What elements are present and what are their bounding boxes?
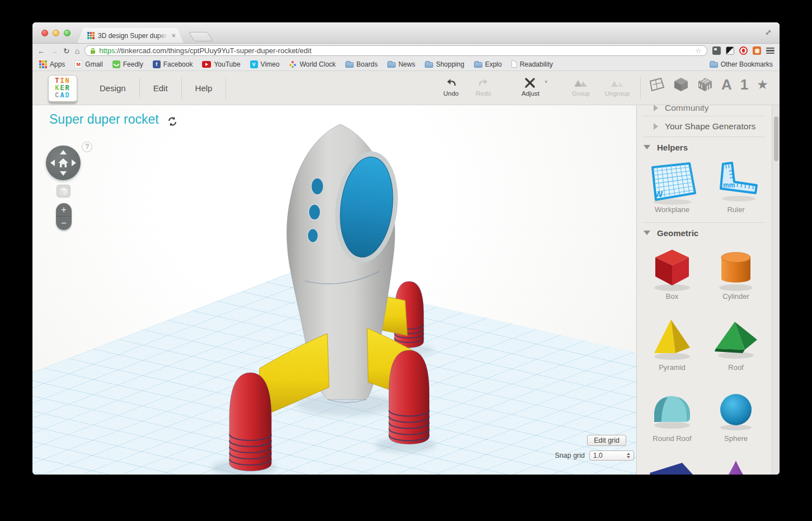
snap-grid-select[interactable]: 1.0 (589, 450, 634, 461)
rotate-right-icon[interactable] (72, 159, 76, 166)
booster-front-left[interactable] (229, 373, 271, 471)
page-icon (511, 60, 517, 68)
solid-cube-icon[interactable] (673, 77, 689, 92)
bookmark-boards[interactable]: Boards (345, 60, 378, 68)
edit-grid-button[interactable]: Edit grid (587, 435, 626, 446)
view-navigation-gizmo[interactable] (46, 145, 81, 180)
chevron-down-icon (644, 145, 650, 149)
shape-partial-cone[interactable] (704, 456, 768, 475)
bookmark-feedly[interactable]: Feedly (112, 60, 143, 68)
orange-extension-icon[interactable] (753, 46, 761, 55)
bookmark-gmail[interactable]: M Gmail (74, 60, 102, 68)
apps-grid-icon (39, 60, 47, 68)
bookmark-vimeo[interactable]: V Vimeo (250, 60, 280, 68)
home-view-icon[interactable] (57, 157, 69, 169)
new-tab-button[interactable] (189, 32, 214, 41)
redo-button[interactable]: Redo (469, 76, 498, 97)
stop-hand-extension-icon[interactable] (739, 46, 748, 55)
workplane-toggle-icon[interactable] (648, 77, 665, 92)
bookmark-world-clock[interactable]: World Clock (289, 60, 335, 68)
workplane-shape-icon: W (642, 158, 702, 206)
app-header: TIN KER CAD Design Edit Help Undo (32, 71, 780, 105)
help-button[interactable]: ? (82, 142, 92, 152)
bookmark-facebook[interactable]: f Facebook (153, 60, 193, 68)
close-window-button[interactable] (41, 30, 48, 36)
home-button[interactable]: ⌂ (75, 47, 79, 55)
zoom-window-button[interactable] (64, 30, 71, 36)
tab-title: 3D design Super duper roc (98, 32, 168, 40)
shape-box[interactable]: Box (640, 243, 704, 314)
sidebar-section-geometric[interactable]: Geometric (637, 223, 771, 243)
menu-edit[interactable]: Edit (140, 83, 181, 93)
shape-round-roof[interactable]: Round Roof (640, 385, 704, 456)
sidebar-section-community[interactable]: Community (637, 105, 771, 116)
folder-icon (474, 62, 482, 68)
bookmark-shopping[interactable]: Shopping (425, 60, 464, 68)
chevron-right-icon (654, 123, 658, 130)
rotate-up-icon[interactable] (60, 150, 67, 154)
sidebar-section-helpers[interactable]: Helpers (637, 137, 771, 157)
titlebar: 3D design Super duper roc × (32, 22, 780, 44)
stepper-icon (627, 453, 630, 458)
world-clock-icon (289, 60, 297, 68)
reload-button[interactable]: ↻ (63, 47, 70, 55)
hole-cube-icon[interactable] (697, 77, 713, 92)
zoom-in-button[interactable]: + (56, 203, 72, 217)
shape-pyramid[interactable]: Pyramid (640, 314, 704, 385)
rotate-left-icon[interactable] (50, 159, 55, 166)
shapes-sidebar: Community Your Shape Generators Helpers (636, 105, 780, 475)
bookmark-news[interactable]: News (387, 60, 415, 68)
sidebar-section-shape-generators[interactable]: Your Shape Generators (637, 116, 771, 137)
url-scheme: https (99, 46, 115, 55)
menu-help[interactable]: Help (182, 83, 226, 93)
tinkercad-logo[interactable]: TIN KER CAD (48, 75, 77, 103)
ungroup-button[interactable]: Ungroup (600, 76, 635, 97)
svg-text:W: W (655, 189, 663, 199)
traffic-lights (41, 30, 71, 36)
scrollbar-thumb[interactable] (774, 116, 778, 161)
design-title: Super duper rocket (49, 112, 159, 127)
bookmark-youtube[interactable]: YouTube (202, 60, 240, 68)
cube-icon (59, 187, 68, 196)
shape-cylinder[interactable]: Cylinder (704, 243, 768, 314)
star-tool-icon[interactable]: ★ (757, 78, 768, 91)
bookmark-apps[interactable]: Apps (39, 60, 65, 68)
back-button[interactable]: ← (37, 47, 45, 55)
rotate-down-icon[interactable] (60, 171, 67, 176)
other-bookmarks[interactable]: Other Bookmarks (710, 60, 773, 68)
fullscreen-icon[interactable] (764, 28, 773, 37)
sphere-shape-icon (709, 386, 763, 435)
forward-button[interactable]: → (50, 47, 58, 55)
undo-button[interactable]: Undo (436, 76, 466, 97)
helper-workplane[interactable]: W Workplane (640, 157, 704, 222)
text-tool-icon[interactable]: A (721, 77, 732, 92)
bookmark-star-icon[interactable]: ☆ (695, 46, 702, 55)
extension-icons (712, 46, 775, 55)
booster-front-right[interactable] (389, 350, 429, 444)
group-button[interactable]: Group (565, 76, 597, 97)
helper-ruler[interactable]: mm Ruler (704, 157, 768, 222)
3d-scene[interactable] (32, 105, 636, 475)
url-bar[interactable]: https://tinkercad.com/things/cptPUuy9YuT… (85, 45, 707, 56)
sidebar-scrollbar[interactable] (772, 105, 780, 475)
menu-design[interactable]: Design (86, 83, 139, 93)
browser-tab[interactable]: 3D design Super duper roc × (77, 28, 184, 43)
browser-menu-icon[interactable] (766, 48, 775, 54)
shape-sphere[interactable]: Sphere (704, 385, 768, 456)
design-viewport[interactable]: Super duper rocket ? (32, 105, 636, 475)
folder-icon (425, 62, 433, 68)
bookmark-readability[interactable]: Readability (511, 60, 553, 68)
contrast-extension-icon[interactable] (726, 46, 734, 55)
minimize-window-button[interactable] (53, 30, 59, 36)
adjust-button[interactable]: ▾ Adjust (513, 76, 548, 97)
tab-close-icon[interactable]: × (171, 32, 176, 39)
shape-partial-wedge[interactable] (640, 456, 704, 475)
sync-icon[interactable] (167, 116, 178, 127)
bookmark-explo[interactable]: Explo (474, 60, 502, 68)
shape-roof[interactable]: Roof (704, 314, 768, 385)
evernote-extension-icon[interactable] (712, 46, 721, 55)
snap-grid-label: Snap grid (555, 452, 585, 459)
view-cube-button[interactable] (57, 185, 71, 198)
number-tool-icon[interactable]: 1 (740, 77, 748, 92)
group-icon (565, 76, 597, 90)
